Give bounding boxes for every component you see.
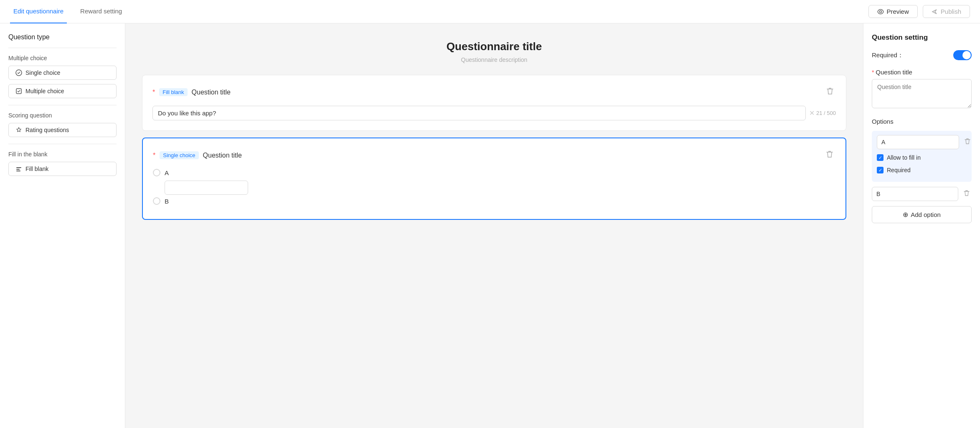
option-label-b: B [165, 198, 169, 205]
required-setting-row: Required： [872, 50, 972, 60]
question-card-1[interactable]: * Fill blank Question title ✕ 21 / 500 [142, 75, 846, 131]
required-star-1: * [152, 89, 155, 96]
svg-rect-5 [16, 171, 20, 171]
required-asterisk: * [872, 69, 876, 76]
questionnaire-description: Questionnaire description [142, 56, 846, 63]
question-2-title: Question title [203, 152, 242, 159]
checkbox-required[interactable] [877, 167, 884, 173]
svg-rect-4 [16, 169, 20, 170]
required-toggle[interactable] [953, 50, 972, 60]
options-section-title: Options [872, 118, 972, 125]
svg-rect-3 [16, 167, 21, 168]
header-tabs: Edit questionnaire Reward setting [10, 0, 135, 23]
tab-reward-setting[interactable]: Reward setting [77, 0, 125, 23]
question-1-input-row: ✕ 21 / 500 [152, 106, 836, 120]
required-star-2: * [153, 152, 155, 159]
required-label: Required： [872, 51, 904, 59]
preview-button[interactable]: Preview [868, 5, 917, 18]
option-block-a: Allow to fill in Required [872, 131, 972, 182]
option-a-text-input[interactable] [165, 181, 248, 195]
trash-icon-option-b [963, 190, 970, 196]
question-1-header-left: * Fill blank Question title [152, 88, 231, 96]
option-b-input[interactable] [872, 187, 958, 201]
checkbox-icon [15, 88, 22, 94]
radio-a [153, 169, 160, 176]
delete-question-2-button[interactable] [824, 148, 835, 162]
center-panel: Questionnaire title Questionnaire descri… [125, 23, 863, 428]
header: Edit questionnaire Reward setting Previe… [0, 0, 980, 23]
sidebar-divider-1 [8, 48, 117, 48]
checkbox-required-row: Required [877, 165, 967, 175]
category-fill-blank: Fill in the blank [8, 151, 117, 158]
question-title-label: Question title [876, 69, 912, 76]
question-type-title: Question type [8, 33, 117, 41]
delete-question-1-button[interactable] [824, 85, 836, 99]
sidebar-right: Question setting Required： * Question ti… [863, 23, 980, 428]
eye-icon [877, 8, 884, 15]
trash-icon-1 [826, 87, 834, 95]
question-1-header: * Fill blank Question title [152, 85, 836, 99]
question-title-textarea[interactable] [872, 79, 972, 108]
trash-icon-2 [825, 150, 834, 158]
circle-check-icon [15, 69, 22, 76]
allow-fill-label: Allow to fill in [887, 154, 921, 161]
option-a-setting-row [877, 135, 967, 149]
option-row-a: A [153, 169, 835, 176]
option-row-b: B [153, 197, 835, 205]
tag-single-2: Single choice [160, 151, 198, 159]
type-btn-rating[interactable]: Rating questions [8, 123, 117, 137]
option-b-setting-row [872, 187, 972, 201]
add-option-plus-icon: ⊕ [903, 211, 908, 219]
category-multiple-choice: Multiple choice [8, 55, 117, 61]
delete-option-b-button[interactable] [962, 188, 972, 200]
question-setting-title: Question setting [872, 33, 972, 42]
char-count-1: ✕ 21 / 500 [809, 109, 836, 117]
sidebar-divider-2 [8, 105, 117, 105]
questionnaire-title: Questionnaire title [142, 40, 846, 53]
star-icon [15, 127, 22, 133]
delete-option-a-button[interactable] [962, 136, 972, 148]
option-label-a: A [165, 169, 169, 176]
clear-icon-1[interactable]: ✕ [809, 109, 815, 117]
option-a-input[interactable] [877, 135, 959, 149]
svg-point-0 [880, 10, 882, 13]
question-card-2[interactable]: * Single choice Question title A B [142, 138, 846, 220]
main-layout: Question type Multiple choice Single cho… [0, 23, 980, 428]
question-2-header: * Single choice Question title [153, 148, 835, 162]
question-title-label-row: * Question title [872, 69, 972, 76]
required-checkbox-label: Required [887, 167, 911, 173]
fill-icon [15, 166, 22, 172]
option-block-b-wrapper [872, 187, 972, 201]
publish-button[interactable]: Publish [923, 5, 970, 18]
trash-icon-option-a [964, 138, 971, 145]
type-btn-multiple-choice[interactable]: Multiple choice [8, 84, 117, 98]
tag-fill-1: Fill blank [159, 88, 187, 96]
category-scoring: Scoring question [8, 112, 117, 119]
sidebar-divider-3 [8, 144, 117, 144]
question-2-header-left: * Single choice Question title [153, 151, 242, 159]
type-btn-fill-blank[interactable]: Fill blank [8, 162, 117, 176]
sidebar-left: Question type Multiple choice Single cho… [0, 23, 125, 428]
checkbox-allow-fill[interactable] [877, 154, 884, 161]
question-1-title: Question title [192, 89, 231, 96]
checkbox-allow-fill-row: Allow to fill in [877, 153, 967, 163]
question-1-input[interactable] [152, 106, 806, 120]
tab-edit-questionnaire[interactable]: Edit questionnaire [10, 0, 67, 23]
header-actions: Preview Publish [868, 5, 970, 18]
radio-b [153, 197, 160, 205]
send-icon [932, 8, 938, 15]
type-btn-single-choice[interactable]: Single choice [8, 66, 117, 80]
questionnaire-header: Questionnaire title Questionnaire descri… [142, 40, 846, 63]
add-option-button[interactable]: ⊕ Add option [872, 206, 972, 223]
